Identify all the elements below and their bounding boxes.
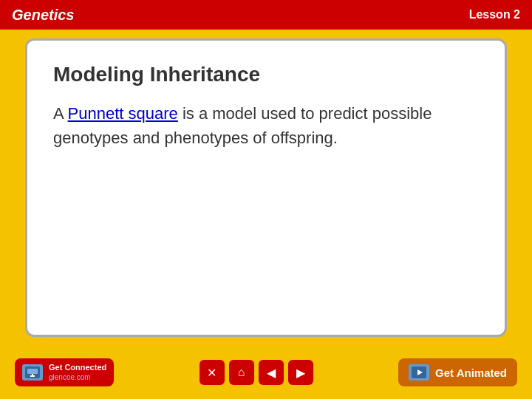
home-icon: ⌂	[238, 366, 245, 379]
svg-rect-1	[27, 369, 38, 374]
get-connected-label: Get Connected	[49, 363, 106, 372]
card-title: Modeling Inheritance	[53, 63, 479, 86]
get-animated-button[interactable]: Get Animated	[398, 358, 517, 386]
bottom-toolbar: Get Connected glencoe.com ✕ ⌂ ◀ ▶ Get An…	[0, 346, 532, 399]
get-connected-text-block: Get Connected glencoe.com	[49, 363, 106, 381]
app-title: Genetics	[12, 7, 74, 24]
lesson-label: Lesson 2	[469, 8, 520, 21]
get-connected-url: glencoe.com	[49, 373, 91, 382]
body-text-before: A	[53, 104, 68, 123]
nav-back-button[interactable]: ◀	[259, 360, 284, 385]
punnett-square-link[interactable]: Punnett square	[68, 104, 178, 123]
back-icon: ◀	[267, 366, 276, 380]
get-animated-label: Get Animated	[435, 366, 507, 379]
top-banner: Genetics Lesson 2	[0, 0, 532, 30]
nav-close-button[interactable]: ✕	[200, 360, 225, 385]
nav-buttons-group: ✕ ⌂ ◀ ▶	[200, 360, 313, 385]
get-animated-icon	[409, 364, 429, 381]
get-connected-icon	[22, 364, 43, 381]
get-connected-button[interactable]: Get Connected glencoe.com	[15, 358, 114, 386]
card-body: A Punnett square is a model used to pred…	[53, 101, 479, 150]
close-icon: ✕	[207, 366, 216, 380]
nav-forward-button[interactable]: ▶	[288, 360, 313, 385]
forward-icon: ▶	[296, 366, 305, 380]
nav-home-button[interactable]: ⌂	[229, 360, 254, 385]
content-card: Modeling Inheritance A Punnett square is…	[25, 38, 507, 337]
